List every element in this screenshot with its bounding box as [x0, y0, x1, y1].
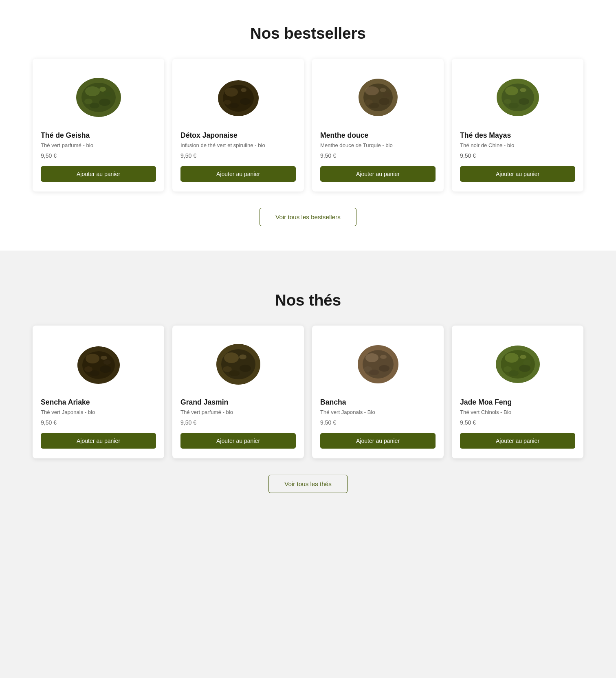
product-name: Grand Jasmin: [180, 398, 228, 407]
see-all-thes-wrapper: Voir tous les thés: [33, 475, 583, 493]
svg-point-54: [505, 353, 519, 363]
product-name: Détox Japonaise: [180, 131, 238, 140]
svg-point-20: [380, 88, 386, 92]
product-description: Thé vert parfumé - bio: [41, 142, 93, 148]
product-name: Thé des Mayas: [460, 131, 511, 140]
product-price: 9,50 €: [320, 419, 336, 426]
product-image-wrapper: [41, 71, 156, 124]
add-to-cart-button[interactable]: Ajouter au panier: [41, 433, 156, 449]
product-description: Thé noir de Chine - bio: [460, 142, 514, 148]
tea-image-detox-japonaise: [212, 73, 265, 122]
svg-point-5: [99, 87, 106, 92]
product-image-wrapper: [180, 338, 296, 391]
svg-point-27: [504, 99, 511, 104]
product-card-bancha: Bancha Thé vert Japonais - Bio 9,50 € Aj…: [312, 326, 444, 458]
svg-point-55: [519, 365, 530, 372]
svg-point-42: [223, 366, 232, 372]
tea-image-the-de-geisha: [72, 73, 125, 122]
product-image-wrapper: [460, 338, 575, 391]
add-to-cart-button[interactable]: Ajouter au panier: [320, 433, 436, 449]
svg-point-41: [240, 365, 251, 372]
product-card-sencha-ariake: Sencha Ariake Thé vert Japonais - bio 9,…: [33, 326, 164, 458]
product-name: Sencha Ariake: [41, 398, 90, 407]
tea-image-bancha: [352, 340, 405, 389]
product-image-wrapper: [320, 71, 436, 124]
add-to-cart-button[interactable]: Ajouter au panier: [180, 433, 296, 449]
product-card-menthe-douce: Menthe douce Menthe douce de Turquie - b…: [312, 59, 444, 192]
section-separator: [0, 251, 616, 267]
bestsellers-grid: Thé de Geisha Thé vert parfumé - bio 9,5…: [33, 59, 583, 192]
svg-point-28: [520, 88, 526, 92]
svg-point-13: [241, 88, 246, 92]
svg-point-14: [230, 103, 239, 108]
add-to-cart-button[interactable]: Ajouter au panier: [320, 166, 436, 182]
see-all-thes-button[interactable]: Voir tous les thés: [268, 475, 348, 493]
product-name: Bancha: [320, 398, 346, 407]
svg-point-57: [520, 355, 526, 359]
product-description: Thé vert parfumé - bio: [180, 409, 233, 415]
svg-point-44: [229, 370, 240, 376]
thes-title: Nos thés: [33, 291, 583, 309]
svg-point-47: [365, 353, 378, 362]
svg-point-32: [86, 354, 99, 363]
product-card-jade-moa-feng: Jade Moa Feng Thé vert Chinois - Bio 9,5…: [452, 326, 583, 458]
svg-point-46: [363, 350, 394, 379]
tea-image-sencha-ariake: [72, 340, 125, 389]
product-description: Thé vert Japonais - Bio: [320, 409, 375, 415]
product-price: 9,50 €: [320, 152, 336, 159]
svg-point-43: [239, 354, 246, 359]
thes-grid: Sencha Ariake Thé vert Japonais - bio 9,…: [33, 326, 583, 458]
add-to-cart-button[interactable]: Ajouter au panier: [460, 166, 575, 182]
svg-point-6: [90, 103, 99, 108]
svg-point-17: [365, 86, 379, 95]
product-description: Thé vert Chinois - Bio: [460, 409, 511, 415]
svg-point-18: [379, 98, 389, 105]
tea-image-the-des-mayas: [491, 73, 544, 122]
product-image-wrapper: [41, 338, 156, 391]
add-to-cart-button[interactable]: Ajouter au panier: [460, 433, 575, 449]
svg-point-33: [100, 365, 111, 373]
svg-point-3: [99, 99, 110, 106]
svg-point-58: [509, 370, 519, 376]
product-description: Menthe douce de Turquie - bio: [320, 142, 393, 148]
product-card-the-des-mayas: Thé des Mayas Thé noir de Chine - bio 9,…: [452, 59, 583, 192]
tea-image-jade-moa-feng: [491, 340, 544, 389]
tea-image-menthe-douce: [352, 73, 405, 122]
product-image-wrapper: [320, 338, 436, 391]
svg-point-22: [383, 92, 390, 97]
tea-image-grand-jasmin: [212, 340, 265, 389]
see-all-bestsellers-wrapper: Voir tous les bestsellers: [33, 208, 583, 226]
product-description: Infusion de thé vert et spiruline - bio: [180, 142, 265, 148]
product-image-wrapper: [460, 71, 575, 124]
add-to-cart-button[interactable]: Ajouter au panier: [41, 166, 156, 182]
add-to-cart-button[interactable]: Ajouter au panier: [180, 166, 296, 182]
see-all-bestsellers-button[interactable]: Voir tous les bestsellers: [260, 208, 356, 226]
product-card-detox-japonaise: Détox Japonaise Infusion de thé vert et …: [172, 59, 304, 192]
svg-point-36: [90, 370, 99, 376]
bestsellers-section: Nos bestsellers Thé de Geisha Thé vert p…: [0, 0, 616, 251]
product-name: Jade Moa Feng: [460, 398, 512, 407]
svg-point-59: [523, 360, 531, 365]
svg-point-26: [519, 98, 529, 105]
svg-point-50: [380, 355, 387, 359]
svg-point-35: [101, 356, 107, 360]
svg-point-21: [369, 103, 379, 108]
svg-point-40: [224, 352, 239, 363]
svg-point-10: [225, 88, 238, 97]
svg-point-11: [240, 98, 251, 105]
svg-point-7: [104, 92, 112, 97]
svg-point-2: [85, 86, 100, 96]
product-price: 9,50 €: [180, 152, 196, 159]
product-card-the-de-geisha: Thé de Geisha Thé vert parfumé - bio 9,5…: [33, 59, 164, 192]
svg-point-48: [379, 365, 389, 372]
product-price: 9,50 €: [460, 152, 476, 159]
svg-point-51: [369, 370, 379, 375]
product-price: 9,50 €: [180, 419, 196, 426]
svg-point-12: [224, 100, 231, 105]
product-card-grand-jasmin: Grand Jasmin Thé vert parfumé - bio 9,50…: [172, 326, 304, 458]
product-description: Thé vert Japonais - bio: [41, 409, 95, 415]
svg-point-29: [509, 103, 519, 108]
thes-section: Nos thés Sencha Ariake Thé vert Japonais…: [0, 267, 616, 517]
product-image-wrapper: [180, 71, 296, 124]
product-name: Menthe douce: [320, 131, 368, 140]
